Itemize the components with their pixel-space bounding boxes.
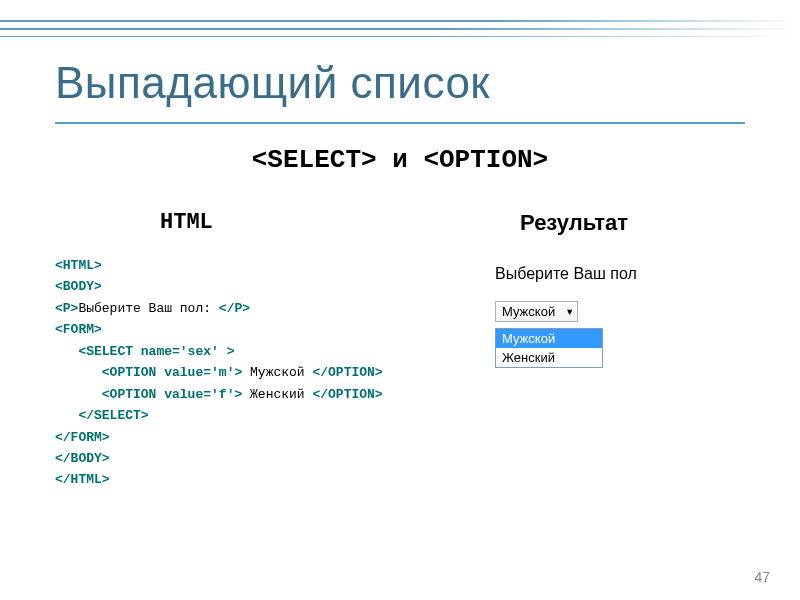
code-line: <P> — [55, 301, 78, 316]
code-line: <BODY> — [55, 279, 102, 294]
column-result-label: Результат — [520, 210, 628, 236]
dropdown-list[interactable]: Мужской Женский — [495, 328, 603, 368]
code-line: <SELECT name='sex' > — [55, 344, 234, 359]
code-text: Женский — [242, 387, 312, 402]
code-line: <OPTION value='f'> — [55, 387, 242, 402]
code-text: Выберите Ваш пол: — [78, 301, 218, 316]
dropdown-option[interactable]: Мужской — [496, 329, 602, 348]
slide-title: Выпадающий список — [55, 58, 490, 108]
page-number: 47 — [754, 569, 770, 585]
slide-subtitle: <SELECT> и <OPTION> — [0, 145, 800, 175]
select-value: Мужской — [502, 304, 555, 319]
result-label: Выберите Ваш пол — [495, 265, 637, 283]
code-text: Мужской — [242, 365, 312, 380]
decorative-lines — [0, 20, 800, 45]
column-html-label: HTML — [160, 210, 213, 235]
code-block: <HTML> <BODY> <P>Выберите Ваш пол: </P> … — [55, 255, 383, 491]
code-line: </HTML> — [55, 472, 110, 487]
code-line: </P> — [219, 301, 250, 316]
code-line: </SELECT> — [55, 408, 149, 423]
code-line: </FORM> — [55, 430, 110, 445]
result-block: Выберите Ваш пол Мужской ▼ — [495, 265, 637, 322]
chevron-down-icon: ▼ — [565, 307, 574, 317]
code-line: <FORM> — [55, 322, 102, 337]
code-line: </BODY> — [55, 451, 110, 466]
code-line: <HTML> — [55, 258, 102, 273]
dropdown-option[interactable]: Женский — [496, 348, 602, 367]
code-line: </OPTION> — [312, 365, 382, 380]
title-underline — [55, 122, 745, 124]
code-line: </OPTION> — [312, 387, 382, 402]
code-line: <OPTION value='m'> — [55, 365, 242, 380]
select-dropdown[interactable]: Мужской ▼ — [495, 301, 578, 322]
